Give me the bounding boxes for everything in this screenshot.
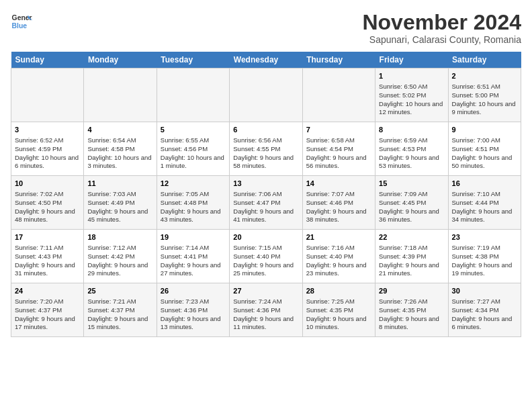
cell-info: Sunrise: 7:21 AM — [87, 298, 152, 306]
cell-info: Sunrise: 6:52 AM — [15, 136, 80, 145]
day-number: 6 — [233, 125, 298, 135]
weekday-saturday: Saturday — [448, 52, 521, 68]
day-number: 30 — [452, 286, 517, 296]
cell-info: Sunrise: 6:55 AM — [161, 136, 226, 145]
cell-info: Daylight: 9 hours and 50 minutes. — [452, 154, 517, 171]
cell-info: Daylight: 10 hours and 12 minutes. — [379, 100, 444, 118]
calendar-cell: 26Sunrise: 7:23 AMSunset: 4:36 PMDayligh… — [157, 283, 229, 337]
cell-info: Sunset: 4:56 PM — [161, 145, 226, 154]
cell-info: Daylight: 9 hours and 56 minutes. — [306, 154, 371, 171]
calendar-cell: 7Sunrise: 6:58 AMSunset: 4:54 PMDaylight… — [302, 122, 375, 176]
cell-info: Sunset: 4:40 PM — [306, 253, 371, 261]
cell-info: Sunrise: 6:51 AM — [452, 83, 517, 91]
day-number: 23 — [452, 232, 517, 242]
calendar-cell: 11Sunrise: 7:03 AMSunset: 4:49 PMDayligh… — [84, 176, 157, 230]
cell-info: Daylight: 9 hours and 34 minutes. — [452, 208, 517, 225]
calendar-cell: 9Sunrise: 7:00 AMSunset: 4:51 PMDaylight… — [448, 122, 521, 176]
cell-info: Sunrise: 7:24 AM — [233, 298, 298, 306]
calendar-cell: 21Sunrise: 7:16 AMSunset: 4:40 PMDayligh… — [302, 230, 375, 283]
day-number: 28 — [306, 286, 371, 296]
cell-info: Daylight: 9 hours and 45 minutes. — [87, 208, 152, 225]
weekday-tuesday: Tuesday — [157, 52, 229, 68]
calendar-body: 1Sunrise: 6:50 AMSunset: 5:02 PMDaylight… — [11, 68, 521, 337]
cell-info: Sunrise: 7:20 AM — [15, 298, 80, 306]
day-number: 14 — [306, 179, 371, 189]
calendar-cell — [230, 68, 302, 122]
calendar-cell: 23Sunrise: 7:19 AMSunset: 4:38 PMDayligh… — [448, 230, 521, 283]
cell-info: Daylight: 9 hours and 23 minutes. — [306, 261, 371, 279]
calendar-cell: 10Sunrise: 7:02 AMSunset: 4:50 PMDayligh… — [11, 176, 84, 230]
calendar-cell: 30Sunrise: 7:27 AMSunset: 4:34 PMDayligh… — [448, 283, 521, 337]
cell-info: Sunrise: 6:54 AM — [87, 136, 152, 145]
cell-info: Sunrise: 7:14 AM — [161, 244, 226, 253]
cell-info: Sunrise: 7:15 AM — [233, 244, 298, 253]
day-number: 18 — [87, 232, 152, 242]
cell-info: Sunset: 4:34 PM — [452, 306, 517, 315]
cell-info: Daylight: 9 hours and 27 minutes. — [161, 261, 226, 279]
calendar-cell: 1Sunrise: 6:50 AMSunset: 5:02 PMDaylight… — [375, 68, 448, 122]
cell-info: Sunrise: 6:56 AM — [233, 136, 298, 145]
logo: General Blue — [11, 11, 32, 32]
cell-info: Sunset: 4:39 PM — [379, 253, 444, 261]
cell-info: Sunset: 4:42 PM — [87, 253, 152, 261]
cell-info: Sunset: 4:49 PM — [87, 199, 152, 208]
calendar-cell: 5Sunrise: 6:55 AMSunset: 4:56 PMDaylight… — [157, 122, 229, 176]
day-number: 27 — [233, 286, 298, 296]
cell-info: Sunset: 4:46 PM — [306, 199, 371, 208]
cell-info: Sunset: 5:00 PM — [452, 91, 517, 100]
cell-info: Sunset: 5:02 PM — [379, 91, 444, 100]
day-number: 4 — [87, 125, 152, 135]
cell-info: Daylight: 9 hours and 58 minutes. — [233, 154, 298, 171]
cell-info: Sunset: 4:37 PM — [15, 306, 80, 315]
cell-info: Daylight: 9 hours and 21 minutes. — [379, 261, 444, 279]
cell-info: Daylight: 10 hours and 3 minutes. — [87, 154, 152, 171]
day-number: 24 — [15, 286, 80, 296]
cell-info: Daylight: 9 hours and 38 minutes. — [306, 208, 371, 225]
weekday-thursday: Thursday — [302, 52, 375, 68]
cell-info: Daylight: 9 hours and 11 minutes. — [233, 315, 298, 332]
calendar-week-0: 1Sunrise: 6:50 AMSunset: 5:02 PMDaylight… — [11, 68, 521, 122]
cell-info: Sunrise: 7:02 AM — [15, 190, 80, 199]
cell-info: Sunrise: 7:19 AM — [452, 244, 517, 253]
day-number: 9 — [452, 125, 517, 135]
cell-info: Sunset: 4:43 PM — [15, 253, 80, 261]
cell-info: Sunset: 4:50 PM — [15, 199, 80, 208]
weekday-header-row: SundayMondayTuesdayWednesdayThursdayFrid… — [11, 52, 521, 68]
calendar-cell — [84, 68, 157, 122]
calendar-cell — [302, 68, 375, 122]
calendar-cell: 13Sunrise: 7:06 AMSunset: 4:47 PMDayligh… — [230, 176, 302, 230]
cell-info: Sunset: 4:54 PM — [306, 145, 371, 154]
cell-info: Sunrise: 6:58 AM — [306, 136, 371, 145]
calendar-cell: 27Sunrise: 7:24 AMSunset: 4:36 PMDayligh… — [230, 283, 302, 337]
calendar-cell: 3Sunrise: 6:52 AMSunset: 4:59 PMDaylight… — [11, 122, 84, 176]
calendar-cell: 2Sunrise: 6:51 AMSunset: 5:00 PMDaylight… — [448, 68, 521, 122]
calendar-cell: 15Sunrise: 7:09 AMSunset: 4:45 PMDayligh… — [375, 176, 448, 230]
calendar-cell: 19Sunrise: 7:14 AMSunset: 4:41 PMDayligh… — [157, 230, 229, 283]
day-number: 25 — [87, 286, 152, 296]
cell-info: Sunset: 4:55 PM — [233, 145, 298, 154]
cell-info: Sunrise: 7:00 AM — [452, 136, 517, 145]
calendar-cell: 4Sunrise: 6:54 AMSunset: 4:58 PMDaylight… — [84, 122, 157, 176]
cell-info: Sunrise: 6:50 AM — [379, 83, 444, 91]
calendar-cell: 25Sunrise: 7:21 AMSunset: 4:37 PMDayligh… — [84, 283, 157, 337]
cell-info: Sunrise: 7:18 AM — [379, 244, 444, 253]
cell-info: Sunset: 4:40 PM — [233, 253, 298, 261]
day-number: 17 — [15, 232, 80, 242]
logo-icon: General Blue — [11, 11, 32, 32]
header: General Blue November 2024 Sapunari, Cal… — [11, 11, 521, 45]
calendar-cell: 14Sunrise: 7:07 AMSunset: 4:46 PMDayligh… — [302, 176, 375, 230]
cell-info: Daylight: 9 hours and 15 minutes. — [87, 315, 152, 332]
location: Sapunari, Calarasi County, Romania — [362, 34, 521, 45]
calendar-cell: 8Sunrise: 6:59 AMSunset: 4:53 PMDaylight… — [375, 122, 448, 176]
day-number: 2 — [452, 71, 517, 81]
day-number: 16 — [452, 179, 517, 189]
day-number: 22 — [379, 232, 444, 242]
cell-info: Daylight: 9 hours and 29 minutes. — [87, 261, 152, 279]
cell-info: Daylight: 9 hours and 25 minutes. — [233, 261, 298, 279]
calendar-cell: 20Sunrise: 7:15 AMSunset: 4:40 PMDayligh… — [230, 230, 302, 283]
title-block: November 2024 Sapunari, Calarasi County,… — [362, 11, 521, 45]
cell-info: Sunset: 4:59 PM — [15, 145, 80, 154]
calendar-cell: 28Sunrise: 7:25 AMSunset: 4:35 PMDayligh… — [302, 283, 375, 337]
cell-info: Sunrise: 7:11 AM — [15, 244, 80, 253]
cell-info: Sunset: 4:45 PM — [379, 199, 444, 208]
